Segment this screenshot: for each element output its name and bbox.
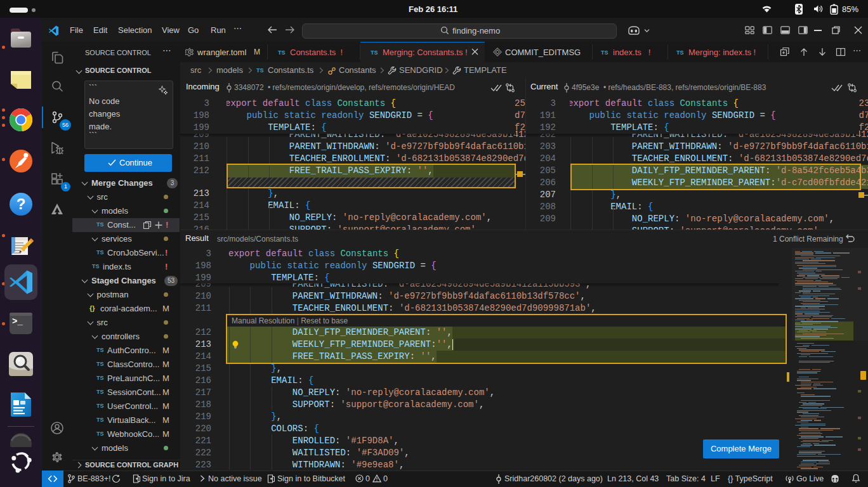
- svg-text:>_: >_: [12, 316, 23, 327]
- svg-text:?: ?: [16, 195, 26, 212]
